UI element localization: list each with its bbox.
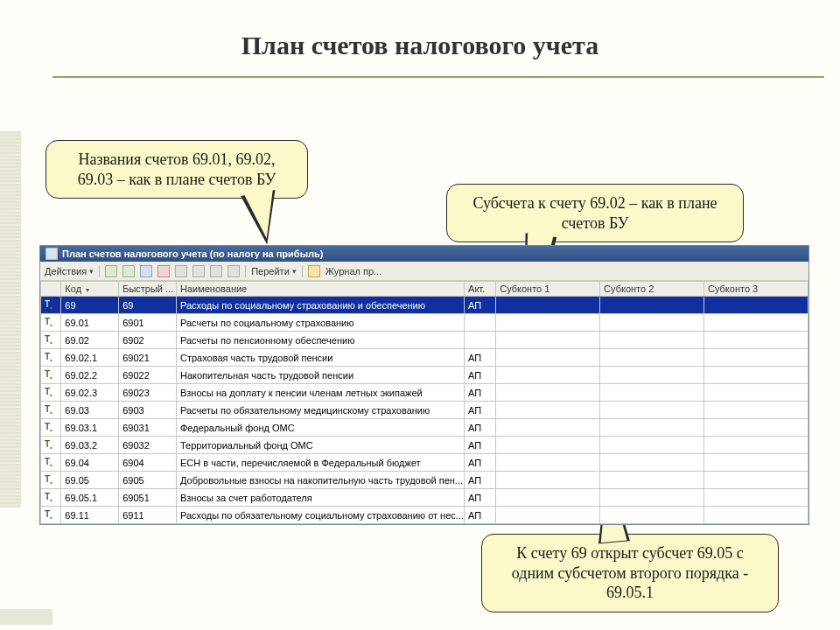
table-row[interactable]: •69.02.369023Взносы на доплату к пенсии …	[41, 384, 808, 402]
row-type-icon: •	[41, 454, 61, 472]
cell-act: АП	[465, 367, 496, 384]
table-row[interactable]: •69.036903Расчеты по обязательному медиц…	[41, 402, 808, 419]
cell-sub2	[600, 314, 704, 332]
cell-code: 69.02	[61, 332, 119, 349]
col-header-sub2[interactable]: Субконто 2	[600, 282, 704, 297]
window-title: План счетов налогового учета (по налогу …	[62, 248, 323, 259]
col-header-code[interactable]: Код ▾	[61, 282, 119, 297]
cell-fast: 6911	[119, 507, 177, 524]
cell-name: Добровольные взносы на накопительную час…	[176, 472, 464, 489]
chart-of-accounts-window: План счетов налогового учета (по налогу …	[39, 245, 809, 525]
hierarchy-icon[interactable]	[192, 265, 205, 277]
journal-button[interactable]: Журнал пр...	[326, 266, 382, 276]
row-type-icon: •	[41, 384, 61, 402]
cell-name: Расчеты по пенсионному обеспечению	[176, 332, 464, 349]
cell-fast: 69031	[119, 419, 177, 437]
cell-sub3	[704, 419, 808, 437]
cell-sub2	[600, 419, 704, 437]
cell-code: 69.01	[61, 314, 119, 332]
col-header-sub3[interactable]: Субконто 3	[704, 282, 808, 297]
add-group-icon[interactable]	[122, 265, 135, 277]
table-row[interactable]: •6969Расходы по социальному страхованию …	[41, 297, 808, 314]
table-row[interactable]: •69.016901Расчеты по социальному страхов…	[41, 314, 808, 332]
table-row[interactable]: •69.03.269032Территориальный фонд ОМСАП	[41, 437, 808, 454]
cell-name: Расходы по обязательному социальному стр…	[176, 507, 464, 524]
cell-sub1	[496, 367, 600, 384]
col-header-code-label: Код	[65, 284, 81, 294]
cell-sub3	[704, 349, 808, 367]
col-header-icon[interactable]	[41, 282, 61, 297]
table-row[interactable]: •69.046904ЕСН в части, перечисляемой в Ф…	[41, 454, 808, 472]
cell-code: 69.05	[61, 472, 119, 489]
cell-name: Взносы за счет работодателя	[176, 489, 464, 507]
row-type-icon: •	[41, 367, 61, 384]
cell-code: 69	[61, 297, 119, 314]
cell-act: АП	[465, 489, 496, 507]
cell-code: 69.11	[61, 507, 119, 524]
cell-act: АП	[465, 402, 496, 419]
accounts-grid[interactable]: Код ▾ Быстрый ... Наименование Акт. Субк…	[40, 281, 808, 524]
cell-sub1	[496, 437, 600, 454]
cell-sub1	[496, 507, 600, 524]
table-row[interactable]: •69.026902Расчеты по пенсионному обеспеч…	[41, 332, 808, 349]
cell-fast: 6901	[119, 314, 177, 332]
col-header-fast[interactable]: Быстрый ...	[119, 282, 177, 297]
slide-title: План счетов налогового учета	[0, 31, 840, 60]
cell-sub1	[496, 402, 600, 419]
table-row[interactable]: •69.02.269022Накопительная часть трудово…	[41, 367, 808, 384]
cell-code: 69.02.3	[61, 384, 119, 402]
toolbar-separator	[99, 265, 100, 277]
actions-menu-button[interactable]: Действия ▾	[45, 266, 94, 276]
cell-act: АП	[465, 349, 496, 367]
cell-act: АП	[465, 384, 496, 402]
cell-code: 69.03.2	[61, 437, 119, 454]
actions-label: Действия	[45, 266, 87, 276]
cell-fast: 6905	[119, 472, 177, 489]
cell-sub1	[496, 332, 600, 349]
cell-sub3	[704, 472, 808, 489]
cell-sub2	[600, 297, 704, 314]
cell-name: Страховая часть трудовой пенсии	[176, 349, 464, 367]
toolbar-separator	[245, 265, 246, 277]
cell-act: АП	[465, 472, 496, 489]
cell-sub2	[600, 384, 704, 402]
window-icon	[46, 248, 58, 260]
window-titlebar[interactable]: План счетов налогового учета (по налогу …	[40, 246, 808, 262]
row-type-icon: •	[41, 332, 61, 349]
col-header-sub1[interactable]: Субконто 1	[496, 282, 600, 297]
table-row[interactable]: •69.056905Добровольные взносы на накопит…	[41, 472, 808, 489]
cell-sub2	[600, 454, 704, 472]
chevron-down-icon: ▾	[292, 267, 297, 276]
table-row[interactable]: •69.02.169021Страховая часть трудовой пе…	[41, 349, 808, 367]
row-type-icon: •	[41, 507, 61, 524]
delete-icon[interactable]	[158, 265, 170, 277]
col-header-name[interactable]: Наименование	[176, 282, 464, 297]
col-header-act[interactable]: Акт.	[465, 282, 496, 297]
cell-name: Расходы по социальному страхованию и обе…	[176, 297, 464, 314]
cell-sub2	[600, 402, 704, 419]
add-icon[interactable]	[105, 265, 117, 277]
cell-sub3	[704, 402, 808, 419]
cell-sub1	[496, 489, 600, 507]
sort-indicator-icon: ▾	[86, 286, 89, 294]
row-type-icon: •	[41, 349, 61, 367]
table-row[interactable]: •69.05.169051Взносы за счет работодателя…	[41, 489, 808, 507]
cell-name: Расчеты по обязательному медицинскому ст…	[176, 402, 464, 419]
edit-icon[interactable]	[140, 265, 152, 277]
row-type-icon: •	[41, 402, 61, 419]
filter-clear-icon[interactable]	[228, 265, 240, 277]
callout-subaccount-6905: К счету 69 открыт субсчет 69.05 с одним …	[481, 534, 779, 612]
cell-sub2	[600, 472, 704, 489]
filter-icon[interactable]	[210, 265, 222, 277]
cell-fast: 69023	[119, 384, 177, 402]
refresh-icon[interactable]	[175, 265, 187, 277]
goto-button[interactable]: Перейти ▾	[251, 266, 297, 276]
cell-sub1	[496, 349, 600, 367]
cell-sub3	[704, 367, 808, 384]
table-row[interactable]: •69.116911Расходы по обязательному социа…	[41, 507, 808, 524]
toolbar-separator	[302, 265, 303, 277]
cell-sub3	[704, 489, 808, 507]
cell-name: Расчеты по социальному страхованию	[176, 314, 464, 332]
cell-name: Накопительная часть трудовой пенсии	[176, 367, 464, 384]
table-row[interactable]: •69.03.169031Федеральный фонд ОМСАП	[41, 419, 808, 437]
